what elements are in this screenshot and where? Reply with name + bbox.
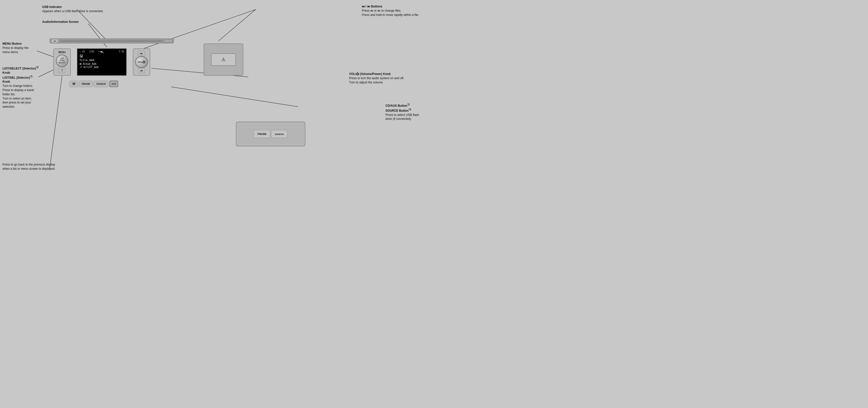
ff-button[interactable]: ⏭ <box>138 51 145 56</box>
bottom-right-panel: FM/AM source <box>236 122 305 147</box>
svg-line-3 <box>38 69 54 77</box>
back-button-small[interactable]: ⤴ <box>59 68 66 73</box>
vol-area[interactable]: ⏭ VOL ⏻ ⏮ <box>133 49 150 76</box>
eject-button[interactable]: ⏶ <box>52 39 58 43</box>
phone-button[interactable]: ☏ <box>69 81 78 87</box>
annotation-lines <box>0 0 434 204</box>
vol-knob-label: VOL/⏻ (Volume/Power) Knob Press to turn … <box>349 72 404 84</box>
menu-btn-label: MENU Button Press to display themenu ite… <box>2 42 29 54</box>
fmam-button[interactable]: FM/AM <box>79 81 93 87</box>
back-btn-section: ↵ (Back) Button Press to go back to the … <box>2 161 55 170</box>
fmam-bottom-button[interactable]: FM/AM <box>254 130 270 138</box>
skip-buttons-label: ⏮ / ⏭ Buttons Press ⏮ or ⏭ to change fil… <box>362 4 419 17</box>
back-btn-desc: Press to go back to the previous display… <box>2 162 55 171</box>
right-eject-button[interactable]: ⚠ <box>211 53 236 66</box>
screen-album-text: 🖼 Album_AAA <box>80 63 124 65</box>
source-bottom-button[interactable]: source <box>271 130 287 138</box>
screen-title-text: Title_AAA <box>80 59 124 62</box>
right-panel: ⚠ <box>204 43 243 76</box>
svg-line-4 <box>218 9 256 41</box>
usb-indicator-label: USB Indicator Appears when a USB flash d… <box>42 5 103 13</box>
cd-slot-top: ⏶ <box>50 38 174 43</box>
audio-screen-label: Audio/Information Screen <box>42 20 79 24</box>
selector-knob[interactable]: LISTPUSHSELECT <box>56 55 68 67</box>
cd-aux-label: CD/AUX Button*2 SOURCE Button*3 Press to… <box>385 103 419 121</box>
slot-indicator <box>165 40 172 42</box>
rew-button[interactable]: ⏮ <box>138 68 145 73</box>
svg-line-2 <box>37 51 54 57</box>
menu-label: MENU <box>58 51 66 54</box>
list-select-label: LIST/SELECT (Selector)*2 Knob LIST/SEL (… <box>2 66 38 109</box>
aux-button[interactable]: AUX <box>110 81 118 87</box>
vol-knob[interactable]: VOL ⏻ <box>135 56 148 68</box>
svg-line-1 <box>88 24 107 47</box>
menu-button-area[interactable]: MENU LISTPUSHSELECT ⤴ <box>53 49 71 76</box>
svg-line-0 <box>77 9 107 41</box>
screen-row1: ☐ 25 ♪225 ⬌★●N 7'35 <box>80 51 124 54</box>
svg-line-7 <box>171 87 298 107</box>
svg-line-8 <box>50 76 62 169</box>
audio-screen: ☐ 25 ♪225 ⬌★●N 7'35 🖫 Title_AAA 🖼 Album_… <box>77 49 127 76</box>
button-row: ☏ FM/AM CD/AUX AUX <box>69 81 118 87</box>
cd-slot-line <box>60 41 163 41</box>
cdaux-button[interactable]: CD/AUX <box>94 81 108 87</box>
diagram: USB Indicator Appears when a USB flash d… <box>0 0 434 204</box>
screen-artist-text: 🎤 ArtiST_AAA <box>80 66 124 68</box>
